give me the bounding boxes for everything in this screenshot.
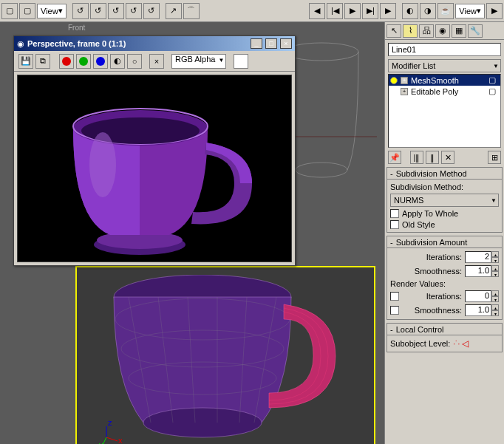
view-dropdown-right[interactable]: View ▾ — [455, 4, 485, 18]
svg-line-15 — [103, 437, 106, 444]
channel-alpha[interactable]: ○ — [127, 54, 142, 69]
face-subobject-icon[interactable]: ◁ — [462, 338, 469, 349]
main-toolbar: ▢ ▢ View ▾ ↺ ↺ ↺ ↺ ↺ ↗ ⌒ ◀ |◀ ▶ ▶| ▶ ◐ ◑… — [0, 0, 504, 22]
curve-tool-4[interactable]: ↺ — [126, 3, 142, 19]
object-name-input[interactable]: Line01 — [388, 43, 501, 56]
rollout-local-control: -Local Control Subobject Level: ·˙· ◁ — [386, 323, 503, 352]
make-unique-button[interactable]: ‖ — [426, 151, 439, 164]
channel-red[interactable] — [59, 54, 74, 69]
arc-tool[interactable]: ⌒ — [183, 3, 200, 19]
render-tool-2[interactable]: ◑ — [420, 3, 436, 19]
play[interactable]: ▶ — [344, 3, 361, 19]
rollout-header[interactable]: -Local Control — [387, 324, 502, 335]
rewind[interactable]: |◀ — [327, 3, 343, 19]
svg-rect-20 — [21, 76, 287, 261]
channel-green[interactable] — [76, 54, 91, 69]
svg-point-12 — [121, 330, 284, 367]
old-style-checkbox[interactable]: Old Style — [390, 220, 499, 229]
render-go[interactable]: ▶ — [486, 3, 503, 19]
render-tool-1[interactable]: ◐ — [402, 3, 418, 19]
forward[interactable]: ▶| — [362, 3, 378, 19]
configure-button[interactable]: ⊞ — [488, 151, 501, 164]
rollout-header[interactable]: -Subdivision Method — [387, 168, 502, 180]
iterations-spinner[interactable]: 2 ▴▾ — [465, 251, 499, 263]
rollout-subdivision-amount: -Subdivision Amount Iterations: 2 ▴▾ Smo… — [386, 236, 503, 320]
tool-button-a[interactable]: ▢ — [1, 3, 18, 19]
modifier-stack[interactable]: + MeshSmooth ▢ + Editable Poly ▢ — [388, 74, 501, 148]
render-values-label: Render Values: — [390, 279, 499, 288]
vertex-subobject-icon[interactable]: ·˙· — [453, 340, 460, 348]
svg-point-23 — [73, 110, 208, 146]
remove-modifier-button[interactable]: ✕ — [441, 151, 454, 164]
render-output — [17, 75, 292, 262]
tab-display-icon[interactable]: ▦ — [452, 24, 466, 38]
maximize-button[interactable]: □ — [265, 38, 277, 49]
viewport-front[interactable]: Front — [64, 22, 211, 37]
prev-key[interactable]: ◀ — [309, 3, 325, 19]
method-dropdown[interactable]: NURMS — [390, 194, 499, 207]
svg-line-7 — [188, 297, 195, 423]
pin-stack-button[interactable]: 📌 — [388, 151, 401, 164]
tab-hierarchy-icon[interactable]: 品 — [419, 24, 434, 38]
curve-tool-3[interactable]: ↺ — [108, 3, 124, 19]
curve-tool-5[interactable]: ↺ — [143, 3, 160, 19]
tab-utilities-icon[interactable]: 🔧 — [468, 24, 483, 38]
tab-create-icon[interactable]: ↖ — [386, 24, 401, 38]
render-teapot[interactable]: ☕ — [437, 3, 454, 19]
tab-modify-icon[interactable]: ⌇ — [403, 24, 418, 38]
curve-tool-2[interactable]: ↺ — [90, 3, 106, 19]
rollout-header[interactable]: -Subdivision Amount — [387, 236, 502, 248]
viewport-perspective[interactable]: x y z — [75, 266, 375, 444]
svg-text:y: y — [99, 440, 103, 444]
expand-icon[interactable]: + — [401, 77, 408, 84]
modifier-list-dropdown[interactable]: Modifier List — [388, 59, 501, 72]
bulb-icon[interactable] — [390, 77, 398, 84]
tab-motion-icon[interactable]: ◉ — [435, 24, 450, 38]
svg-point-26 — [89, 132, 116, 197]
normal-tool[interactable]: ↗ — [166, 3, 182, 19]
stack-tools: 📌 |‖ ‖ ✕ ⊞ — [388, 151, 501, 164]
svg-point-13 — [129, 362, 276, 395]
subobject-label: Subobject Level: — [390, 339, 450, 348]
show-end-result-button[interactable]: |‖ — [410, 151, 423, 164]
clear-button[interactable]: × — [149, 54, 164, 69]
svg-point-11 — [115, 298, 290, 340]
render-frame-window: ◉ Perspective, frame 0 (1:1) _ □ × 💾 ⧉ ◐… — [13, 35, 296, 266]
expand-icon[interactable]: + — [401, 88, 408, 95]
svg-line-10 — [254, 297, 276, 423]
apply-whole-checkbox[interactable]: Apply To Whole — [390, 209, 499, 218]
modifier-meshsmooth[interactable]: + MeshSmooth ▢ — [389, 75, 500, 86]
rollout-subdivision-method: -Subdivision Method Subdivision Method: … — [386, 167, 503, 233]
svg-point-0 — [285, 43, 358, 61]
channel-mono[interactable]: ◐ — [110, 54, 125, 69]
modifier-editablepoly[interactable]: + Editable Poly ▢ — [389, 86, 500, 97]
curve-tool-1[interactable]: ↺ — [72, 3, 89, 19]
render-titlebar[interactable]: ◉ Perspective, frame 0 (1:1) _ □ × — [14, 36, 295, 51]
render-iterations-spinner[interactable]: 0 ▴▾ — [465, 290, 499, 302]
channel-select[interactable]: RGB Alpha — [171, 54, 226, 69]
modifier-label: Editable Poly — [411, 87, 458, 96]
render-smooth-checkbox[interactable] — [390, 306, 399, 315]
method-label: Subdivision Method: — [390, 182, 499, 191]
svg-point-25 — [81, 117, 200, 144]
clone-button[interactable]: ⧉ — [35, 54, 50, 69]
svg-line-9 — [239, 297, 247, 423]
save-image-button[interactable]: 💾 — [18, 54, 33, 69]
modifier-label: MeshSmooth — [411, 76, 459, 85]
smoothness-spinner[interactable]: 1.0 ▴▾ — [465, 265, 499, 277]
channel-blue[interactable] — [93, 54, 108, 69]
wireframe-perspective: x y z — [99, 275, 350, 444]
tool-button-b[interactable]: ▢ — [19, 3, 35, 19]
smoothness-label: Smoothness: — [415, 267, 462, 276]
render-smooth-label: Smoothness: — [402, 306, 462, 315]
view-dropdown-left[interactable]: View ▾ — [37, 4, 67, 18]
close-button[interactable]: × — [280, 38, 292, 49]
viewport-front-label: Front — [64, 22, 211, 33]
minimize-button[interactable]: _ — [251, 38, 262, 49]
render-smoothness-spinner[interactable]: 1.0 ▴▾ — [465, 304, 499, 316]
render-toolbar: 💾 ⧉ ◐ ○ × RGB Alpha — [14, 51, 295, 72]
color-swatch[interactable] — [234, 54, 248, 69]
render-iter-checkbox[interactable] — [390, 292, 399, 301]
next-key[interactable]: ▶ — [380, 3, 396, 19]
render-iter-label: Iterations: — [402, 292, 462, 301]
